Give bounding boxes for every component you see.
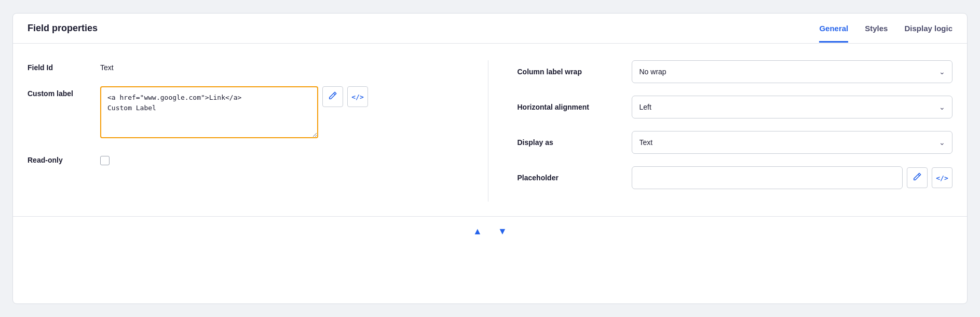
code-brackets-icon: </>: [936, 174, 948, 182]
edit-label-button[interactable]: [322, 86, 343, 107]
chevron-down-icon: ▼: [498, 226, 507, 237]
tabs-container: General Styles Display logic: [819, 24, 952, 43]
pencil-edit-icon: [328, 91, 337, 102]
column-label-wrap-select[interactable]: No wrap Wrap: [632, 60, 953, 83]
display-as-label: Display as: [518, 138, 632, 147]
panel-title: Field properties: [28, 23, 98, 43]
tab-styles[interactable]: Styles: [865, 24, 888, 43]
read-only-label: Read-only: [28, 153, 100, 164]
nav-down-button[interactable]: ▼: [494, 223, 511, 240]
pencil-edit-icon: [913, 172, 922, 183]
chevron-up-icon: ▲: [473, 226, 482, 237]
custom-label-textarea[interactable]: <a href="www.google.com">Link</a> Custom…: [100, 86, 318, 138]
placeholder-input-group: </>: [632, 166, 953, 189]
display-as-select-wrapper: Text Link Image ⌄: [632, 131, 953, 154]
nav-up-button[interactable]: ▲: [469, 223, 486, 240]
right-section: Column label wrap No wrap Wrap ⌄ Horizon…: [488, 60, 953, 202]
display-as-row: Display as Text Link Image ⌄: [518, 131, 953, 154]
code-placeholder-button[interactable]: </>: [932, 167, 952, 188]
custom-label-row: Custom label <a href="www.google.com">Li…: [28, 86, 463, 138]
left-section: Field Id Text Custom label <a href="www.…: [28, 60, 488, 202]
read-only-checkbox[interactable]: [100, 156, 110, 165]
horizontal-alignment-label: Horizontal alignment: [518, 103, 632, 111]
code-label-button[interactable]: </>: [347, 86, 368, 107]
field-properties-panel: Field properties General Styles Display …: [12, 13, 968, 304]
tab-general[interactable]: General: [819, 24, 848, 43]
horizontal-alignment-row: Horizontal alignment Left Center Right ⌄: [518, 96, 953, 118]
horizontal-alignment-select-wrapper: Left Center Right ⌄: [632, 96, 953, 118]
field-id-value: Text: [100, 60, 114, 72]
tab-display-logic[interactable]: Display logic: [904, 24, 952, 43]
display-as-select[interactable]: Text Link Image: [632, 131, 953, 154]
edit-placeholder-button[interactable]: [907, 167, 928, 188]
column-label-wrap-label: Column label wrap: [518, 68, 632, 76]
column-label-wrap-select-wrapper: No wrap Wrap ⌄: [632, 60, 953, 83]
custom-label-area: <a href="www.google.com">Link</a> Custom…: [100, 86, 368, 138]
code-brackets-icon: </>: [351, 93, 363, 101]
placeholder-row: Placeholder </>: [518, 166, 953, 189]
bottom-nav: ▲ ▼: [13, 216, 967, 248]
panel-body: Field Id Text Custom label <a href="www.…: [13, 44, 967, 216]
placeholder-input[interactable]: [632, 166, 903, 189]
field-id-row: Field Id Text: [28, 60, 463, 72]
custom-label-label: Custom label: [28, 86, 100, 98]
panel-header: Field properties General Styles Display …: [13, 14, 967, 44]
horizontal-alignment-select[interactable]: Left Center Right: [632, 96, 953, 118]
placeholder-label: Placeholder: [518, 174, 632, 182]
field-id-label: Field Id: [28, 60, 100, 72]
read-only-row: Read-only: [28, 153, 463, 165]
column-label-wrap-row: Column label wrap No wrap Wrap ⌄: [518, 60, 953, 83]
